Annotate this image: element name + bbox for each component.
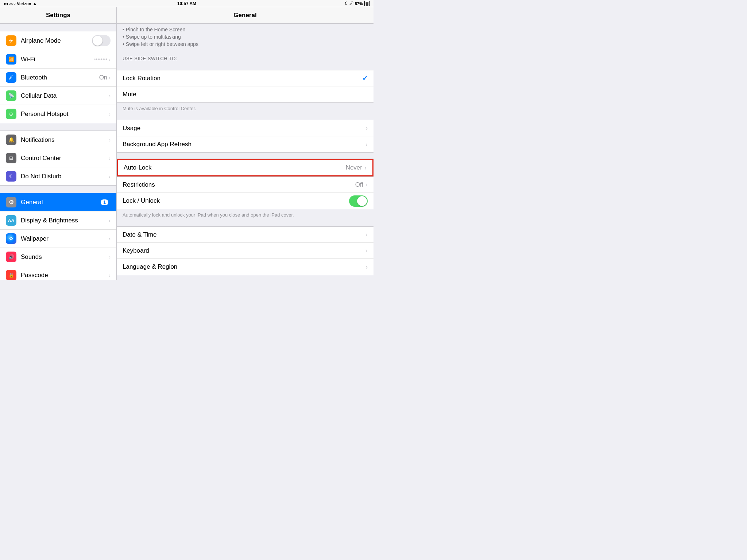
background-refresh-row[interactable]: Background App Refresh › xyxy=(117,136,374,152)
airplane-toggle[interactable] xyxy=(92,35,111,46)
battery-percent: 57% xyxy=(355,1,363,6)
keyboard-label: Keyboard xyxy=(123,243,365,258)
lock-unlock-label: Lock / Unlock xyxy=(123,193,349,209)
restrictions-label: Restrictions xyxy=(123,177,355,192)
sounds-label: Sounds xyxy=(21,253,109,261)
restrictions-value: Off xyxy=(355,181,363,188)
language-region-row[interactable]: Language & Region › xyxy=(117,259,374,275)
usage-group: Usage › Background App Refresh › xyxy=(117,120,374,153)
sidebar-item-general[interactable]: ⚙ General 1 xyxy=(0,193,116,211)
content-title: General xyxy=(117,7,374,24)
cellular-icon: 📡 xyxy=(6,90,16,101)
restrictions-row[interactable]: Restrictions Off › xyxy=(117,177,374,193)
sounds-chevron: › xyxy=(109,254,111,260)
bluetooth-chevron: › xyxy=(109,75,111,81)
main-container: Settings ✈ Airplane Mode 📶 Wi-Fi •••••••… xyxy=(0,7,374,280)
bluetooth-label: Bluetooth xyxy=(21,74,99,81)
hotspot-label: Personal Hotspot xyxy=(21,110,109,118)
connectivity-group: ✈ Airplane Mode 📶 Wi-Fi •••••••• › ☄ Blu… xyxy=(0,31,116,123)
intro-line-3: • Swipe left or right between apps xyxy=(123,41,368,47)
side-switch-group: Lock Rotation ✓ Mute xyxy=(117,70,374,103)
wifi-icon: ▲ xyxy=(32,1,37,6)
lock-rotation-label: Lock Rotation xyxy=(123,71,362,86)
status-bar: ●●○○○ Verizon ▲ 10:57 AM ☾ ☄ 57% ▓ xyxy=(0,0,374,7)
intro-text: • Pinch to the Home Screen • Swipe up to… xyxy=(117,24,374,53)
sidebar-item-notifications[interactable]: 🔔 Notifications › xyxy=(0,131,116,149)
status-time: 10:57 AM xyxy=(177,1,196,6)
sidebar-item-display[interactable]: AA Display & Brightness › xyxy=(0,211,116,230)
keyboard-row[interactable]: Keyboard › xyxy=(117,243,374,259)
autolock-row[interactable]: Auto-Lock Never › xyxy=(117,159,374,176)
wifi-label: Wi-Fi xyxy=(21,56,94,63)
hotspot-icon: ⊕ xyxy=(6,109,16,119)
status-left: ●●○○○ Verizon ▲ xyxy=(4,1,37,6)
background-refresh-label: Background App Refresh xyxy=(123,137,365,152)
side-switch-header: USE SIDE SWITCH TO: xyxy=(117,53,374,63)
control-center-icon: ⊞ xyxy=(6,153,16,163)
usage-chevron: › xyxy=(365,124,368,132)
passcode-label: Passcode xyxy=(21,272,109,279)
autolock-value: Never xyxy=(346,164,362,171)
background-refresh-chevron: › xyxy=(365,141,368,148)
lock-unlock-note: Automatically lock and unlock your iPad … xyxy=(117,209,374,221)
sidebar-item-wallpaper[interactable]: ✿ Wallpaper › xyxy=(0,230,116,248)
control-center-chevron: › xyxy=(109,155,111,161)
sidebar-item-wifi[interactable]: 📶 Wi-Fi •••••••• › xyxy=(0,50,116,69)
display-chevron: › xyxy=(109,218,111,223)
sidebar-item-bluetooth[interactable]: ☄ Bluetooth On › xyxy=(0,69,116,87)
airplane-icon: ✈ xyxy=(6,35,16,46)
notifications-chevron: › xyxy=(109,137,111,143)
mute-label: Mute xyxy=(123,87,368,102)
notifications-icon: 🔔 xyxy=(6,135,16,145)
lock-unlock-row[interactable]: Lock / Unlock xyxy=(117,193,374,209)
mute-row[interactable]: Mute xyxy=(117,86,374,102)
battery-icon: ▓ xyxy=(364,1,370,6)
usage-row[interactable]: Usage › xyxy=(117,120,374,136)
wallpaper-icon: ✿ xyxy=(6,233,16,244)
bottom-group: Date & Time › Keyboard › Language & Regi… xyxy=(117,226,374,275)
general-group: ⚙ General 1 AA Di xyxy=(0,193,116,280)
autolock-chevron: › xyxy=(364,164,367,172)
general-badge: 1 xyxy=(101,199,108,205)
sidebar-item-control-center[interactable]: ⊞ Control Center › xyxy=(0,149,116,167)
bluetooth-settings-icon: ☄ xyxy=(6,72,16,83)
wifi-value: •••••••• xyxy=(94,57,107,62)
cellular-chevron: › xyxy=(109,93,111,99)
display-label: Display & Brightness xyxy=(21,217,109,224)
restrictions-chevron: › xyxy=(365,181,368,188)
do-not-disturb-icon: ☾ xyxy=(6,171,16,182)
do-not-disturb-chevron: › xyxy=(109,174,111,179)
general-label: General xyxy=(21,199,101,206)
sidebar-item-passcode[interactable]: 🔒 Passcode › xyxy=(0,266,116,280)
sidebar-item-hotspot[interactable]: ⊕ Personal Hotspot › xyxy=(0,105,116,123)
passcode-icon: 🔒 xyxy=(6,270,16,280)
hotspot-chevron: › xyxy=(109,111,111,117)
sidebar-item-cellular[interactable]: 📡 Cellular Data › xyxy=(0,87,116,105)
status-right: ☾ ☄ 57% ▓ xyxy=(344,1,370,6)
lock-rotation-checkmark: ✓ xyxy=(362,74,368,82)
wifi-settings-icon: 📶 xyxy=(6,54,16,65)
bluetooth-value: On xyxy=(99,74,108,81)
autolock-label: Auto-Lock xyxy=(124,160,346,175)
mute-note: Mute is available in Control Center. xyxy=(117,103,374,114)
airplane-label: Airplane Mode xyxy=(21,37,92,44)
side-switch-section: USE SIDE SWITCH TO: Lock Rotation ✓ Mute… xyxy=(117,53,374,114)
sidebar-item-do-not-disturb[interactable]: ☾ Do Not Disturb › xyxy=(0,167,116,185)
usage-label: Usage xyxy=(123,121,365,136)
lock-rotation-row[interactable]: Lock Rotation ✓ xyxy=(117,70,374,86)
language-region-label: Language & Region xyxy=(123,259,365,275)
sidebar-item-sounds[interactable]: 🔊 Sounds › xyxy=(0,248,116,266)
carrier-text: ●●○○○ Verizon xyxy=(4,1,31,6)
date-time-chevron: › xyxy=(365,231,368,238)
bluetooth-icon: ☄ xyxy=(349,1,353,6)
sounds-icon: 🔊 xyxy=(6,252,16,262)
sidebar: Settings ✈ Airplane Mode 📶 Wi-Fi •••••••… xyxy=(0,7,117,280)
date-time-row[interactable]: Date & Time › xyxy=(117,227,374,243)
lock-unlock-toggle[interactable] xyxy=(349,195,368,207)
keyboard-chevron: › xyxy=(365,247,368,254)
cellular-label: Cellular Data xyxy=(21,92,109,100)
content-area: General • Pinch to the Home Screen • Swi… xyxy=(117,7,374,280)
sidebar-item-airplane-mode[interactable]: ✈ Airplane Mode xyxy=(0,31,116,50)
autolock-section: Auto-Lock Never › xyxy=(117,159,374,177)
sidebar-title: Settings xyxy=(0,7,116,24)
